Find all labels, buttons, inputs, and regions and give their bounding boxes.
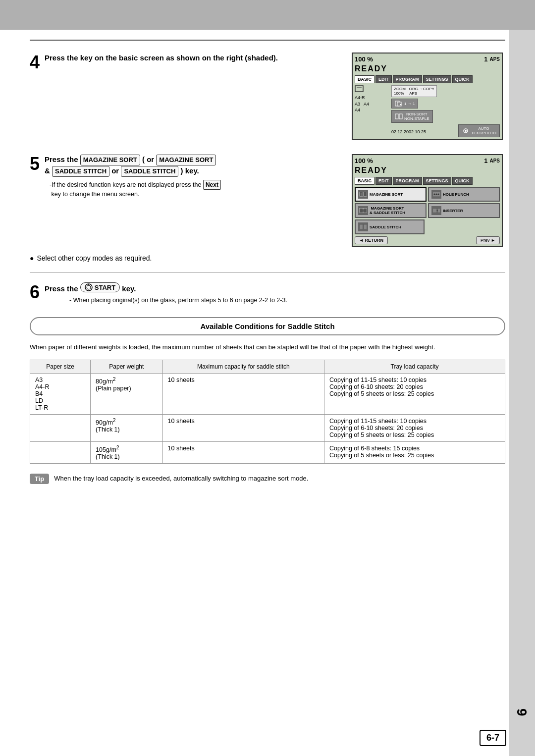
paper-icon <box>355 85 364 92</box>
section-divider <box>30 272 505 272</box>
top-band <box>0 0 535 30</box>
body-text: When paper of different weights is loade… <box>30 342 505 353</box>
saddle-stitch-key-1: SADDLE STITCH <box>52 166 109 177</box>
step6-title: Press the START key. <box>45 282 287 293</box>
col-tray-capacity: Tray load capacity <box>324 360 505 373</box>
bullet1: ● Select other copy modes as required. <box>30 254 505 262</box>
lcd-tab-settings[interactable]: SETTINGS <box>423 75 451 83</box>
step5-text: Press the MAGAZINE SORT ( or MAGAZINE SO… <box>45 154 221 199</box>
table-row: A3 A4-R B4 LD LT-R 80g/m2(Plain paper) 1… <box>30 373 505 414</box>
step6-desc: - When placing original(s) on the glass,… <box>69 296 287 305</box>
func-btn-mag-sort[interactable]: MAGAZINE SORT <box>355 187 427 202</box>
mag-sort-icon <box>358 190 368 199</box>
svg-rect-20 <box>437 209 440 213</box>
tab-number: 6 <box>514 708 530 716</box>
table-row: 90g/m2(Thick 1) 10 sheets Copying of 11-… <box>30 414 505 441</box>
lcd-ready-2: READY <box>355 166 500 175</box>
step5-left: 5 Press the MAGAZINE SORT ( or MAGAZINE … <box>30 154 342 247</box>
lcd-copy-btn[interactable]: 1 → 1 <box>391 99 418 108</box>
step4-section: 4 Press the key on the basic screen as s… <box>30 53 505 140</box>
mag-saddle-icon <box>358 206 368 215</box>
func-btn-hole-punch[interactable]: HOLE PUNCH <box>428 187 500 202</box>
lcd-tab2-quick[interactable]: QUICK <box>452 177 473 185</box>
lcd-prev-btn[interactable]: Prev ► <box>476 236 500 244</box>
lcd-top-bar-1: 100 % 1 APS <box>355 55 500 63</box>
lcd-tab-basic[interactable]: BASIC <box>355 75 374 83</box>
lcd-top-bar-2: 100 % 1 APS <box>355 157 500 164</box>
lcd-tabs-1: BASIC EDIT PROGRAM SETTINGS QUICK <box>355 75 500 83</box>
saddle-icon <box>358 222 368 231</box>
start-key: START <box>80 282 120 292</box>
lcd-paper-sizes: A4-R A3 A4 A4 <box>355 95 389 113</box>
cell-size-2 <box>30 414 91 441</box>
top-divider <box>30 40 505 41</box>
col-paper-size: Paper size <box>30 360 91 373</box>
col-paper-weight: Paper weight <box>91 360 162 373</box>
step4-title: Press the key on the basic screen as sho… <box>45 53 278 63</box>
step5-desc: -If the desired function keys are not di… <box>50 180 221 199</box>
func-btn-mag-saddle[interactable]: MAGAZINE SORT& SADDLE STITCH <box>355 203 427 218</box>
step4-text: Press the key on the basic screen as sho… <box>45 53 278 66</box>
lcd-copies-2: 1 <box>484 157 487 164</box>
svg-point-13 <box>433 193 435 195</box>
lcd-tab-quick[interactable]: QUICK <box>452 75 473 83</box>
lcd-tab-edit[interactable]: EDIT <box>375 75 392 83</box>
lcd-tab2-edit[interactable]: EDIT <box>375 177 392 185</box>
bullet1-text: Select other copy modes as required. <box>37 254 152 262</box>
svg-rect-6 <box>399 114 402 119</box>
step4-screen: 100 % 1 APS READY BASIC EDIT PROGRAM SET… <box>352 53 505 140</box>
next-key: Next <box>203 180 221 190</box>
func-btn-saddle-stitch[interactable]: SADDLE STITCH <box>355 219 425 234</box>
lcd-aps-2: APS <box>489 158 500 163</box>
cell-tray-1: Copying of 11-15 sheets: 10 copiesCopyin… <box>324 373 505 414</box>
lcd-copies-1: 1 <box>484 55 487 63</box>
photo-icon <box>462 128 470 134</box>
start-circle-icon <box>85 283 93 291</box>
lcd-sort-row: NON-SORTNON-STAPLE <box>391 110 500 123</box>
lcd-body-1: A4-R A3 A4 A4 ZOOM ORG.→COPY 100% APS <box>355 85 500 137</box>
step6-text: Press the START key. - When placing orig… <box>45 282 287 305</box>
tip-badge: Tip <box>30 474 49 484</box>
lcd-screen-2: 100 % 1 APS READY BASIC EDIT PROGRAM SET… <box>352 154 503 247</box>
svg-rect-10 <box>364 192 367 197</box>
cell-max-2: 10 sheets <box>162 414 324 441</box>
bullet-dot: ● <box>30 254 34 262</box>
lcd-bottom-bar: ◄ RETURN Prev ► <box>355 236 500 244</box>
lcd-tab2-program[interactable]: PROGRAM <box>393 177 422 185</box>
svg-rect-5 <box>395 114 398 119</box>
lcd-tab-program[interactable]: PROGRAM <box>393 75 422 83</box>
lcd-left-1: A4-R A3 A4 A4 <box>355 85 389 137</box>
lcd-datetime: 02.12.2002 10:25 <box>391 129 426 134</box>
cell-max-1: 10 sheets <box>162 373 324 414</box>
step4-number: 4 <box>30 54 40 71</box>
cell-tray-2: Copying of 11-15 sheets: 10 copiesCopyin… <box>324 414 505 441</box>
cell-weight-2: 90g/m2(Thick 1) <box>91 414 162 441</box>
lcd-tab2-settings[interactable]: SETTINGS <box>423 177 451 185</box>
svg-point-14 <box>435 193 437 195</box>
lcd-return-btn[interactable]: ◄ RETURN <box>355 236 388 244</box>
lcd-percent-2: 100 % <box>355 157 373 164</box>
conditions-title: Available Conditions for Saddle Stitch <box>200 322 334 330</box>
svg-rect-0 <box>355 86 363 92</box>
saddle-stitch-row: SADDLE STITCH <box>355 219 500 234</box>
cell-size-1: A3 A4-R B4 LD LT-R <box>30 373 91 414</box>
func-btn-inserter[interactable]: INSERTER <box>428 203 500 218</box>
lcd-zoom-box: ZOOM ORG.→COPY 100% APS <box>391 85 437 97</box>
svg-point-25 <box>87 285 91 289</box>
cell-weight-3: 105g/m2(Thick 1) <box>91 441 162 463</box>
mag-sort-key-1: MAGAZINE SORT <box>80 155 140 165</box>
cell-size-3 <box>30 441 91 463</box>
step5-screen: 100 % 1 APS READY BASIC EDIT PROGRAM SET… <box>352 154 505 247</box>
svg-rect-19 <box>433 209 437 213</box>
step5-section: 5 Press the MAGAZINE SORT ( or MAGAZINE … <box>30 154 505 247</box>
step6-number: 6 <box>30 283 40 301</box>
lcd-percent-1: 100 % <box>355 55 373 63</box>
lcd-sort-btn[interactable]: NON-SORTNON-STAPLE <box>391 110 433 123</box>
svg-rect-17 <box>364 208 367 213</box>
lcd-photo-row: 02.12.2002 10:25 AUTOTEXT/PHOTO <box>391 124 500 137</box>
table-header-row: Paper size Paper weight Maximum capacity… <box>30 360 505 373</box>
lcd-photo-btn[interactable]: AUTOTEXT/PHOTO <box>458 124 500 137</box>
saddle-stitch-key-2: SADDLE STITCH <box>121 166 178 177</box>
lcd-tab2-basic[interactable]: BASIC <box>355 177 374 185</box>
lcd-tabs-2: BASIC EDIT PROGRAM SETTINGS QUICK <box>355 177 500 185</box>
